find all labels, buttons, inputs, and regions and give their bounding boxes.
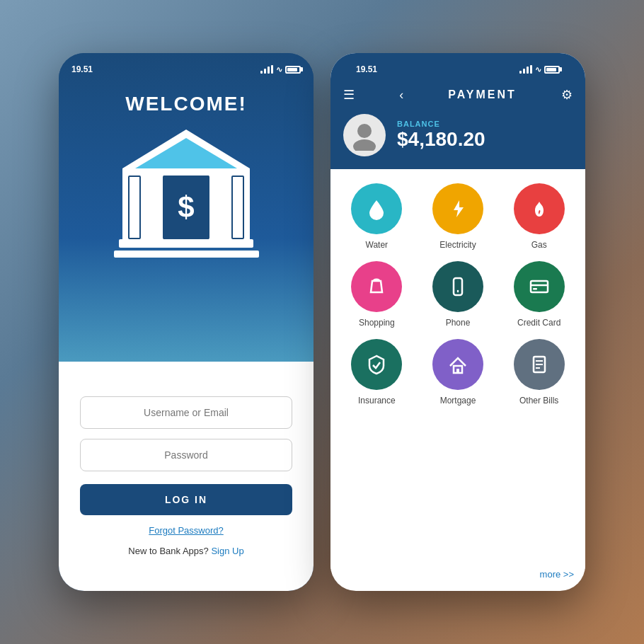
payment-item-other-bills[interactable]: Other Bills	[504, 339, 574, 406]
payment-phone: 19.51 ∿ ☰ ‹ PAYMENT ⚙	[330, 53, 585, 591]
svg-rect-2	[454, 278, 462, 295]
payment-label: Credit Card	[517, 318, 560, 328]
payment-item-shopping[interactable]: Shopping	[342, 261, 412, 328]
svg-point-0	[357, 124, 372, 138]
back-icon[interactable]: ‹	[399, 88, 403, 103]
balance-amount: $4,180.20	[397, 128, 485, 151]
bank-footer	[114, 251, 259, 258]
payment-circle-insurance	[351, 339, 402, 390]
payment-circle-other-bills	[514, 339, 565, 390]
forgot-password-link[interactable]: Forgot Password?	[149, 525, 224, 536]
payment-header: 19.51 ∿ ☰ ‹ PAYMENT ⚙	[330, 53, 585, 169]
login-button[interactable]: LOG IN	[80, 484, 292, 515]
battery-icon	[285, 66, 301, 74]
payment-label: Electricity	[439, 240, 476, 250]
dollar-sign: $	[178, 190, 194, 224]
payment-item-phone[interactable]: Phone	[423, 261, 493, 328]
username-input[interactable]	[80, 396, 292, 429]
payment-circle-credit-card	[514, 261, 565, 312]
payment-label: Shopping	[359, 318, 395, 328]
payment-circle-mortgage	[432, 339, 483, 390]
payment-item-mortgage[interactable]: Mortgage	[423, 339, 493, 406]
payment-status-bar: 19.51 ∿	[343, 60, 573, 79]
payment-title: PAYMENT	[448, 88, 517, 101]
payment-navbar: ☰ ‹ PAYMENT ⚙	[343, 87, 573, 103]
bank-column	[231, 176, 244, 239]
new-user-section: New to Bank Apps? Sign Up	[128, 546, 243, 556]
login-top-section: 19.51 ∿ WELCOME!	[59, 53, 314, 362]
payment-label: Other Bills	[519, 396, 558, 406]
payment-item-water[interactable]: Water	[342, 183, 412, 250]
battery-icon	[544, 66, 560, 74]
payment-circle-water	[351, 183, 402, 234]
bank-roof-inner	[135, 138, 237, 168]
payment-circle-shopping	[351, 261, 402, 312]
payment-circle-electricity	[432, 183, 483, 234]
bank-building: $	[122, 130, 250, 258]
svg-rect-9	[456, 369, 459, 373]
payment-circle-gas	[514, 183, 565, 234]
welcome-title: WELCOME!	[125, 93, 247, 115]
user-avatar-svg	[349, 120, 380, 151]
login-phone: 19.51 ∿ WELCOME!	[59, 53, 314, 591]
payment-item-gas[interactable]: Gas	[504, 183, 574, 250]
payment-grid: WaterElectricityGasShoppingPhoneCredit C…	[330, 169, 585, 569]
svg-rect-5	[531, 281, 548, 292]
payment-label: Mortgage	[440, 396, 476, 406]
signal-icon	[260, 65, 273, 74]
password-input[interactable]	[80, 439, 292, 471]
payment-time: 19.51	[356, 64, 377, 74]
svg-point-4	[457, 291, 459, 292]
bank-base	[119, 239, 253, 248]
balance-section: BALANCE $4,180.20	[343, 114, 573, 156]
svg-point-1	[353, 139, 376, 151]
new-user-label: New to Bank Apps?	[128, 546, 208, 556]
payment-label: Phone	[446, 318, 471, 328]
payment-label: Water	[366, 240, 389, 250]
menu-icon[interactable]: ☰	[343, 87, 355, 103]
signal-icon	[519, 65, 532, 74]
signup-link[interactable]: Sign Up	[211, 546, 243, 556]
payment-item-electricity[interactable]: Electricity	[423, 183, 493, 250]
avatar	[343, 114, 386, 156]
login-status-bar: 19.51 ∿	[59, 60, 314, 79]
wifi-icon: ∿	[535, 65, 541, 74]
balance-label: BALANCE	[397, 120, 485, 128]
login-status-right: ∿	[260, 65, 301, 74]
login-form-section: LOG IN Forgot Password? New to Bank Apps…	[59, 362, 314, 591]
wifi-icon: ∿	[276, 65, 282, 74]
login-time: 19.51	[71, 64, 93, 74]
svg-rect-7	[533, 288, 537, 290]
settings-icon[interactable]: ⚙	[561, 87, 573, 103]
bank-illustration: $	[122, 130, 250, 258]
payment-item-credit-card[interactable]: Credit Card	[504, 261, 574, 328]
payment-status-right: ∿	[519, 65, 560, 74]
payment-circle-phone	[432, 261, 483, 312]
bank-column	[128, 176, 141, 239]
payment-label: Insurance	[358, 396, 396, 406]
balance-info: BALANCE $4,180.20	[397, 120, 485, 151]
more-link[interactable]: more >>	[330, 569, 585, 591]
payment-label: Gas	[531, 240, 547, 250]
payment-item-insurance[interactable]: Insurance	[342, 339, 412, 406]
